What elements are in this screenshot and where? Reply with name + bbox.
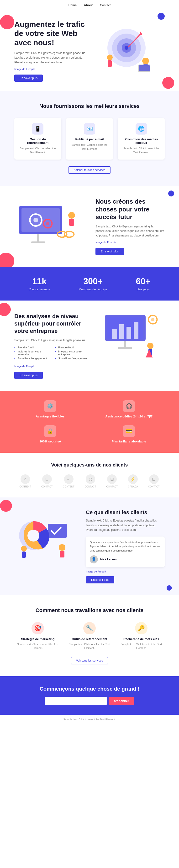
how-icon-1: 🔧 [83,622,96,634]
stat-value-0: 11k [29,277,50,286]
how-card-desc-2: Sample text. Click to select the Text El… [118,642,165,650]
testimonial-title: Ce que disent les clients [86,509,165,516]
logo-label-5: CANACA [128,485,138,488]
feature-icon-1: 🎧 [123,400,135,412]
how-icon-0: 🎯 [31,622,44,634]
about-image-credit: Image de Freepik [96,240,165,245]
blob-red-analysis [0,303,11,316]
analysis-section: Des analyses de niveau supérieur pour co… [0,301,179,391]
blob-red-about [0,253,14,267]
how-card-title-0: Stratégie de marketing [14,637,61,641]
nav-home[interactable]: Home [68,3,77,7]
analysis-item-0-1: Intégrez-le sur votre entreprise [14,350,48,356]
analysis-description: Sample text. Click to Egestas egestas fr… [14,338,88,343]
how-icon-2: 🔑 [135,622,148,634]
svg-rect-31 [124,341,126,347]
feature-title-2: 100% sécurisé [40,440,61,443]
how-grid: 🎯 Stratégie de marketing Sample text. Cl… [14,622,165,650]
testimonial-text: Ce que disent les clients Sample text. C… [86,509,165,583]
hero-image-credit: Image de Freepik [14,67,93,71]
cta-subscribe-button[interactable]: S'abonner [109,697,134,705]
how-section: Comment nous travaillons avec nos client… [0,595,179,676]
features-grid: ⚙️ Avantages flexibles 🎧 Assistance dédi… [14,400,165,443]
svg-rect-14 [22,208,60,232]
testimonial-illustration-container [14,509,76,563]
blob-blue-about [168,190,174,196]
analysis-cta-button[interactable]: En savoir plus [14,372,43,379]
svg-point-9 [107,55,113,60]
svg-point-4 [125,46,128,50]
blob-red-top-left [0,15,14,29]
service-desc-1: Sample text. Click to select the Text El… [70,143,109,151]
logo-icon-3: ◎ [86,474,95,484]
service-icon-1: 📧 [84,123,95,134]
clients-logos-section: Voici quelques-uns de nos clients ○ CONT… [0,453,179,497]
svg-rect-29 [127,327,131,339]
svg-rect-22 [69,219,74,226]
svg-rect-30 [134,322,138,339]
testimonial-card: Quam lacus suspendisse faucibus interdum… [86,536,165,567]
nav-contact[interactable]: Contact [100,3,111,7]
stat-label-1: Membres de l'équipe [78,287,107,291]
about-text: Nous créons des choses pour votre succès… [96,198,165,255]
cta-title: Commençons quelque chose de grand ! [14,686,165,692]
how-all-button[interactable]: Voir tous les services [71,657,108,664]
cta-email-input[interactable] [45,697,107,705]
logo-label-6: CONTACT [148,485,160,488]
about-illustration-container [14,201,86,252]
svg-point-38 [151,318,154,321]
svg-point-16 [33,218,38,222]
services-all-button[interactable]: Afficher tous les services [69,166,111,174]
svg-rect-10 [108,60,112,67]
logo-icon-4: ⊞ [107,474,117,484]
footer-text: Sample text. Click to select the Text El… [3,718,176,721]
svg-point-33 [147,343,153,349]
feature-item-0: ⚙️ Avantages flexibles [14,400,86,418]
how-card-desc-0: Sample text. Click to select the Text El… [14,642,61,650]
service-title-1: Publicité par e-mail [70,137,109,141]
services-section: Nous fournissons les meilleurs services … [0,91,179,186]
nav-about[interactable]: About [84,3,93,7]
feature-icon-3: 💳 [123,425,135,437]
testimonial-description: Sample text. Click to Egestas egestas fr… [86,519,165,532]
svg-rect-28 [119,324,124,339]
cta-form: S'abonner [14,697,165,705]
svg-rect-27 [112,329,117,339]
hero-illustration-container [93,24,165,78]
svg-point-20 [65,231,74,237]
hero-cta-button[interactable]: En savoir plus [14,74,43,82]
about-description: Sample text. Click to Egestas egestas fr… [96,224,165,238]
testimonial-author: 👤 Nick Larson [90,555,161,563]
service-icon-2: 🌐 [135,123,147,134]
logo-label-0: CONTENT [20,485,31,488]
analysis-item-1-0: Prendre l'outil [55,346,88,349]
stat-1: 300+ Membres de l'équipe [78,277,107,291]
service-card-2: 🌐 Promotion des médias sociaux Sample te… [118,118,165,160]
logo-icon-5: ⚡ [128,474,138,484]
svg-point-40 [27,530,40,541]
analysis-item-1-1: Intégrez-le sur votre entreprise [55,350,88,356]
footer: Sample text. Click to select the Text El… [0,715,179,724]
blob-red-testimonial [0,500,12,512]
logos-row: ○ CONTENT □ CONTACT ✓ CONTENT ◎ CONTACT … [14,474,165,488]
svg-rect-12 [139,65,150,71]
stats-section: 11k Clients heureux 300+ Membres de l'éq… [0,267,179,301]
hero-illustration [93,24,160,76]
svg-point-7 [142,58,149,64]
services-title: Nous fournissons les meilleurs services [14,103,165,109]
service-desc-0: Sample text. Click to select the Text El… [19,147,57,154]
how-title: Comment nous travaillons avec nos client… [14,607,165,614]
analysis-col-0: Prendre l'outil Intégrez-le sur votre en… [14,346,48,361]
stat-2: 60+ Des pays [136,277,150,291]
about-cta-button[interactable]: En savoir plus [96,248,124,255]
about-title: Nous créons des choses pour votre succès… [96,198,165,221]
author-avatar: 👤 [90,555,98,563]
service-desc-2: Sample text. Click to select the Text El… [122,147,160,154]
analysis-illustration-container [98,312,165,366]
logo-label-3: CONTACT [85,485,96,488]
logo-icon-2: ✓ [64,474,74,484]
about-illustration [14,201,81,251]
logo-4: ⊞ CONTACT [106,474,118,488]
author-name: Nick Larson [100,558,117,561]
testimonial-cta-button[interactable]: En savoir plus [86,576,114,583]
